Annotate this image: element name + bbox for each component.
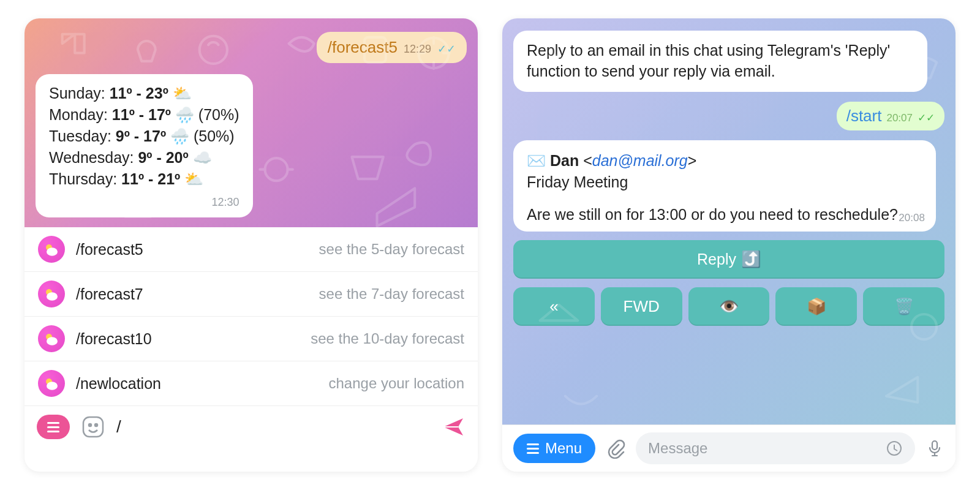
info-message-text: Reply to an email in this chat using Tel… bbox=[527, 42, 890, 80]
forecast-day: Sunday: bbox=[49, 85, 110, 102]
command-name: /forecast10 bbox=[76, 330, 152, 348]
action-button-label: 📦 bbox=[807, 297, 826, 316]
voice-button[interactable] bbox=[925, 439, 944, 458]
email-from-name: Dan bbox=[550, 152, 579, 169]
reply-button[interactable]: Reply ⤴️ bbox=[513, 240, 944, 279]
weather-icon: ⛅ bbox=[173, 85, 192, 102]
reply-button-label: Reply bbox=[697, 251, 736, 268]
command-description: see the 5-day forecast bbox=[319, 241, 464, 258]
command-description: see the 10-day forecast bbox=[311, 330, 464, 347]
forecast-day: Thursday: bbox=[49, 170, 121, 187]
forecast-precip: (50%) bbox=[194, 127, 235, 145]
weather-icon: ☁️ bbox=[193, 149, 212, 166]
svg-point-10 bbox=[89, 424, 91, 426]
menu-button-label: Menu bbox=[545, 440, 582, 457]
forecast-temp: 11º - 23º bbox=[110, 85, 168, 102]
menu-icon bbox=[527, 443, 539, 454]
forecast-temp: 9º - 20º bbox=[138, 149, 188, 166]
weather-icon: 🌧️ bbox=[170, 127, 189, 145]
outgoing-message-time: 20:07 bbox=[886, 112, 913, 124]
forecast-temp: 11º - 17º bbox=[112, 106, 171, 123]
menu-icon bbox=[47, 422, 59, 432]
email-body: Are we still on for 13:00 or do you need… bbox=[527, 204, 922, 225]
bot-avatar-icon bbox=[38, 236, 65, 263]
forecast-row: Tuesday: 9º - 17º 🌧️ (50%) bbox=[49, 126, 239, 147]
weather-icon: 🌧️ bbox=[175, 106, 194, 123]
message-input[interactable]: / bbox=[116, 417, 430, 437]
forecast-row: Thursday: 11º - 21º ⛅ bbox=[49, 168, 239, 190]
outgoing-message-text: /start bbox=[846, 107, 882, 126]
email-subject: Friday Meeting bbox=[527, 172, 922, 193]
weather-icon: ⛅ bbox=[184, 170, 203, 187]
forecast-message-time: 12:30 bbox=[211, 195, 239, 210]
email-message-time: 20:08 bbox=[899, 211, 925, 225]
forecast-row: Sunday: 11º - 23º ⛅ bbox=[49, 83, 239, 104]
command-suggestion[interactable]: /forecast5see the 5-day forecast bbox=[24, 227, 478, 271]
action-button-label: 👁️ bbox=[719, 297, 739, 316]
scheduled-icon[interactable] bbox=[886, 440, 903, 457]
message-input-placeholder: Message bbox=[648, 440, 707, 457]
forecast-row: Wednesday: 9º - 20º ☁️ bbox=[49, 147, 239, 168]
forecast-temp: 11º - 21º bbox=[121, 170, 180, 187]
outgoing-message[interactable]: /start 20:07 ✓✓ bbox=[837, 102, 944, 130]
svg-point-4 bbox=[265, 158, 288, 181]
bot-avatar-icon bbox=[38, 281, 65, 307]
outgoing-message-time: 12:29 bbox=[404, 43, 431, 56]
archive-button[interactable]: 📦 bbox=[775, 287, 857, 326]
action-button-label: 🗑️ bbox=[894, 297, 914, 316]
attach-button[interactable] bbox=[605, 438, 626, 459]
command-description: change your location bbox=[329, 375, 464, 392]
email-bot-panel: Reply to an email in this chat using Tel… bbox=[502, 18, 956, 472]
action-button-label: « bbox=[549, 297, 558, 316]
bot-avatar-icon bbox=[38, 370, 65, 397]
outgoing-message[interactable]: /forecast5 12:29 ✓✓ bbox=[317, 32, 467, 63]
forecast-message[interactable]: Sunday: 11º - 23º ⛅Monday: 11º - 17º 🌧️ … bbox=[36, 74, 253, 217]
outgoing-message-text: /forecast5 bbox=[328, 38, 398, 57]
forward-button[interactable]: FWD bbox=[601, 287, 682, 326]
reply-arrow-icon: ⤴️ bbox=[741, 250, 761, 269]
forecast-precip: (70%) bbox=[198, 106, 239, 123]
action-button-label: FWD bbox=[624, 297, 660, 316]
envelope-icon: ✉️ bbox=[527, 152, 546, 169]
chat-area: Reply to an email in this chat using Tel… bbox=[502, 18, 956, 424]
forecast-row: Monday: 11º - 17º 🌧️ (70%) bbox=[49, 104, 239, 126]
send-button[interactable] bbox=[441, 415, 466, 439]
info-message[interactable]: Reply to an email in this chat using Tel… bbox=[513, 31, 927, 92]
command-suggestion[interactable]: /forecast7see the 7-day forecast bbox=[24, 271, 478, 316]
weather-bot-panel: /forecast5 12:29 ✓✓ Sunday: 11º - 23º ⛅M… bbox=[24, 18, 478, 472]
message-input[interactable]: Message bbox=[636, 432, 915, 464]
forecast-day: Monday: bbox=[49, 106, 112, 123]
command-name: /forecast7 bbox=[76, 285, 143, 303]
view-button[interactable]: 👁️ bbox=[688, 287, 770, 326]
forecast-day: Wednesday: bbox=[49, 149, 138, 166]
trash-button[interactable]: 🗑️ bbox=[863, 287, 944, 326]
forecast-temp: 9º - 17º bbox=[116, 127, 166, 145]
email-message[interactable]: ✉️ Dan <dan@mail.org> Friday Meeting Are… bbox=[513, 140, 936, 232]
command-suggestions: /forecast5see the 5-day forecast/forecas… bbox=[24, 227, 478, 405]
command-suggestion[interactable]: /newlocationchange your location bbox=[24, 361, 478, 405]
svg-point-11 bbox=[95, 424, 97, 426]
command-suggestion[interactable]: /forecast10see the 10-day forecast bbox=[24, 316, 478, 361]
email-from-address[interactable]: dan@mail.org bbox=[592, 152, 688, 169]
read-checks-icon: ✓✓ bbox=[918, 111, 935, 124]
command-description: see the 7-day forecast bbox=[319, 285, 464, 303]
commands-menu-button[interactable] bbox=[37, 415, 70, 439]
command-name: /newlocation bbox=[76, 375, 161, 393]
read-checks-icon: ✓✓ bbox=[437, 42, 456, 56]
chat-area: /forecast5 12:29 ✓✓ Sunday: 11º - 23º ⛅M… bbox=[24, 18, 478, 227]
menu-button[interactable]: Menu bbox=[513, 434, 595, 463]
sticker-button[interactable] bbox=[81, 415, 105, 439]
bot-avatar-icon bbox=[38, 325, 65, 352]
svg-rect-16 bbox=[932, 441, 937, 450]
forecast-day: Tuesday: bbox=[49, 127, 116, 145]
command-name: /forecast5 bbox=[76, 241, 143, 258]
input-bar: Menu Message bbox=[502, 424, 956, 472]
back-button[interactable]: « bbox=[513, 287, 595, 326]
svg-rect-9 bbox=[83, 417, 103, 437]
input-bar: / bbox=[24, 405, 478, 448]
